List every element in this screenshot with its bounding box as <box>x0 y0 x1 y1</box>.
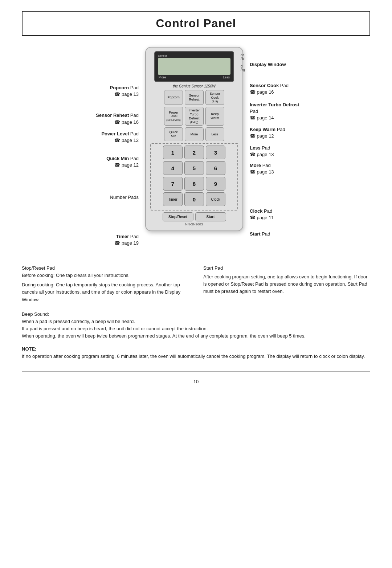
less-button[interactable]: Less <box>205 127 224 141</box>
more-pad-label: More Pad ☎ page 13 <box>250 162 274 175</box>
more-label: More <box>159 75 166 79</box>
stop-start-row: Stop/Reset Start <box>150 212 238 221</box>
numpad-2[interactable]: 2 <box>184 146 204 159</box>
clock-pad-label: Clock Pad ☎ page 11 <box>250 208 274 221</box>
right-labels: Display Window Sensor Cook Pad ☎ page 16… <box>243 47 327 241</box>
stop-reset-button[interactable]: Stop/Reset <box>163 212 193 221</box>
power-level-button[interactable]: PowerLevel(10 Levels) <box>164 107 183 126</box>
numpad-8[interactable]: 8 <box>184 177 204 191</box>
less-label: Less <box>223 75 230 79</box>
power-level-pad-label: Power Level Pad ☎ page 12 <box>101 131 139 144</box>
stop-reset-description: Stop/Reset Pad Before cooking: One tap c… <box>22 265 189 303</box>
descriptions-section: Stop/Reset Pad Before cooking: One tap c… <box>22 265 370 303</box>
sensor-label: Sensor <box>158 54 230 57</box>
numpad-3[interactable]: 3 <box>206 146 225 159</box>
numpad-section: 1 2 3 4 5 6 7 8 9 Timer 0 <box>150 143 238 211</box>
button-row-2: PowerLevel(10 Levels) InverterTurboDefro… <box>150 107 238 126</box>
main-layout: Popcorn Pad ☎ page 13 Sensor Reheat Pad … <box>22 47 370 384</box>
sensor-cook-button[interactable]: SensorCook(1-9) <box>205 90 224 105</box>
more-button[interactable]: More <box>185 127 204 141</box>
button-row-1: Popcorn SensorReheat SensorCook(1-9) <box>150 90 238 105</box>
sensor-cook-pad-label: Sensor Cook Pad ☎ page 16 <box>250 82 289 95</box>
keep-warm-button[interactable]: KeepWarm <box>205 107 224 126</box>
microwave-control-panel: Sensor More Less oz/lb g/kg the Genius S… <box>145 47 243 231</box>
inverter-turbo-defrost-pad-label: Inverter Turbo Defrost Pad ☎ page 14 <box>250 102 299 122</box>
model-label: NN-SN960S <box>185 222 203 226</box>
numpad-9[interactable]: 9 <box>206 177 225 191</box>
side-unit-labels: oz/lb g/kg <box>241 53 245 71</box>
popcorn-button[interactable]: Popcorn <box>164 90 183 105</box>
numpad-1[interactable]: 1 <box>163 146 183 159</box>
button-row-3: QuickMin More Less <box>150 127 238 141</box>
inverter-turbo-defrost-button[interactable]: InverterTurboDefrost(lb/kg) <box>185 107 204 126</box>
sensor-reheat-pad-label: Sensor Reheat Pad ☎ page 16 <box>96 112 139 125</box>
display-window-widget: Sensor More Less oz/lb g/kg <box>154 51 234 82</box>
display-window-label: Display Window <box>250 61 286 68</box>
page-title: Control Panel <box>22 11 370 36</box>
numpad-0[interactable]: 0 <box>184 192 204 206</box>
start-button[interactable]: Start <box>195 212 226 221</box>
numpad-7[interactable]: 7 <box>163 177 183 191</box>
brand-label: the Genius Sensor 1250W <box>150 84 238 88</box>
numpad-4[interactable]: 4 <box>163 161 183 175</box>
diagram-section: Popcorn Pad ☎ page 13 Sensor Reheat Pad … <box>22 47 370 250</box>
numpad-row-3: 7 8 9 <box>153 177 236 191</box>
numpad-6[interactable]: 6 <box>206 161 225 175</box>
numpad-row-2: 4 5 6 <box>153 161 236 175</box>
quick-min-button[interactable]: QuickMin <box>164 127 183 141</box>
keep-warm-pad-label: Keep Warm Pad ☎ page 12 <box>250 126 285 139</box>
sensor-reheat-button[interactable]: SensorReheat <box>185 90 204 105</box>
page-divider <box>22 371 370 372</box>
numpad-bottom-row: Timer 0 Clock <box>153 192 236 206</box>
popcorn-pad-label: Popcorn Pad ☎ page 13 <box>110 85 139 98</box>
page-number: 10 <box>193 379 199 384</box>
beep-sound-section: Beep Sound: When a pad is pressed correc… <box>22 311 370 340</box>
note-section: NOTE: If no operation after cooking prog… <box>22 346 370 360</box>
start-pad-label: Start Pad <box>250 231 270 237</box>
numpad-5[interactable]: 5 <box>184 161 204 175</box>
left-labels: Popcorn Pad ☎ page 13 Sensor Reheat Pad … <box>65 47 145 250</box>
numpad-row-1: 1 2 3 <box>153 146 236 159</box>
clock-button[interactable]: Clock <box>206 192 225 206</box>
display-bottom-labels: More Less <box>158 75 230 79</box>
timer-pad-label: Timer Pad ☎ page 19 <box>114 233 139 246</box>
number-pads-label: Number Pads <box>110 194 139 201</box>
timer-button[interactable]: Timer <box>163 192 183 206</box>
quick-min-pad-label: Quick Min Pad ☎ page 12 <box>106 155 139 168</box>
less-pad-label: Less Pad ☎ page 13 <box>250 145 274 158</box>
display-screen <box>158 58 230 75</box>
start-description: Start Pad After cooking program setting,… <box>203 265 370 303</box>
